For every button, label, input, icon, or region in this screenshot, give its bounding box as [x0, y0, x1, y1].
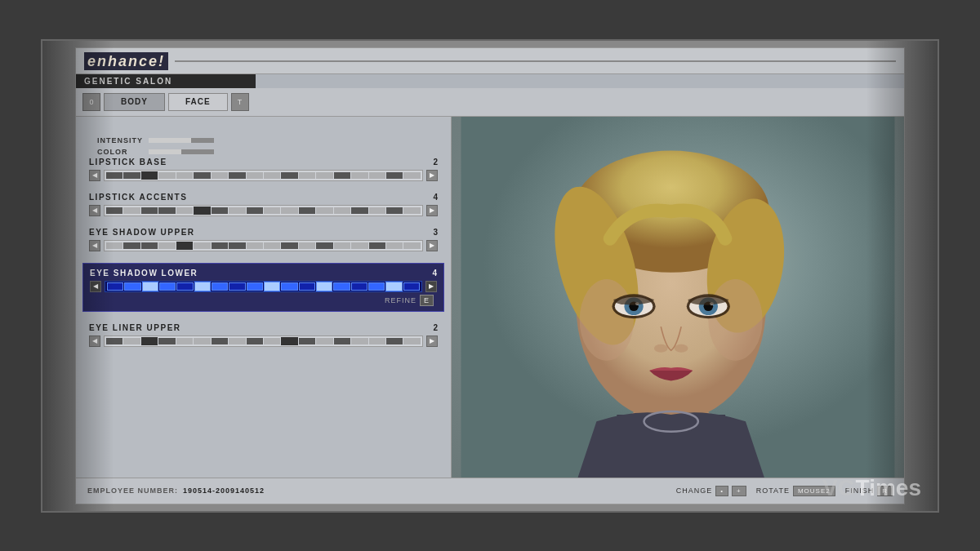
svg-point-19	[654, 344, 668, 352]
tab-bar: 0 BODY FACE T	[76, 88, 904, 117]
slider-lipstick-base-header: LIPSTICK BASE 2	[89, 158, 438, 167]
lipstick-accents-next[interactable]: ▶	[426, 205, 438, 216]
slider-eye-shadow-upper: EYE SHADOW UPPER 3 ◀	[89, 228, 438, 251]
intensity-row: INTENSITY	[97, 136, 446, 144]
eye-shadow-lower-row: ◀	[90, 281, 437, 292]
lipstick-accents-label: LIPSTICK ACCENTS	[89, 193, 187, 202]
eye-shadow-upper-row: ◀	[89, 240, 438, 251]
change-key-plus[interactable]: +	[732, 486, 746, 496]
refine-label: REFINE	[385, 296, 416, 304]
app-logo: enhance!	[84, 53, 168, 70]
character-view	[452, 117, 904, 482]
main-panel: enhance! GENETIC SALON 0 BODY FACE T	[75, 47, 905, 504]
eye-shadow-lower-label: EYE SHADOW LOWER	[90, 269, 198, 278]
svg-point-20	[675, 344, 688, 352]
intensity-label: INTENSITY	[97, 136, 142, 144]
refine-button[interactable]: REFINE E	[385, 295, 434, 306]
watermark: VGTimes	[822, 475, 921, 501]
lipstick-accents-value: 4	[433, 193, 438, 202]
tab-icon-right[interactable]: T	[231, 93, 249, 111]
lipstick-base-next[interactable]: ▶	[426, 170, 438, 181]
refine-key: E	[420, 295, 434, 306]
character-svg	[452, 117, 904, 482]
color-row: COLOR	[97, 148, 446, 156]
status-left: EMPLOYEE NUMBER: 190514-2009140512	[87, 487, 265, 495]
eye-shadow-lower-next[interactable]: ▶	[425, 281, 437, 292]
change-label: CHANGE	[676, 487, 713, 495]
tab-icon-left[interactable]: 0	[82, 93, 100, 111]
slider-eye-liner-upper: EYE LINER UPPER 2 ◀	[89, 323, 438, 347]
tab-body[interactable]: BODY	[104, 93, 165, 111]
change-key-minus[interactable]: •	[715, 486, 728, 496]
eye-shadow-upper-next[interactable]: ▶	[426, 240, 438, 251]
lipstick-base-row: ◀	[89, 170, 438, 181]
employee-value: 190514-2009140512	[183, 487, 265, 495]
slider-lipstick-base: LIPSTICK BASE 2 ◀	[89, 158, 438, 181]
eye-shadow-upper-value: 3	[433, 228, 438, 237]
subtitle-bar: GENETIC SALON	[76, 74, 256, 88]
eye-liner-upper-prev[interactable]: ◀	[89, 335, 100, 347]
lipstick-base-label: LIPSTICK BASE	[89, 158, 167, 167]
left-panel: INTENSITY COLOR LIPSTI	[76, 117, 452, 482]
color-bar	[149, 149, 214, 154]
change-group: CHANGE • +	[676, 486, 746, 496]
rotate-label: ROTATE	[756, 487, 790, 495]
lipstick-base-value: 2	[433, 158, 438, 167]
eye-liner-upper-row: ◀	[89, 335, 438, 347]
lipstick-accents-row: ◀	[89, 205, 438, 216]
eye-shadow-lower-value: 4	[432, 269, 437, 278]
eye-shadow-upper-prev[interactable]: ◀	[89, 240, 100, 251]
intensity-panel: INTENSITY COLOR	[97, 136, 446, 156]
eye-liner-upper-next[interactable]: ▶	[426, 335, 438, 347]
content-area: INTENSITY COLOR LIPSTI	[76, 117, 904, 482]
employee-label: EMPLOYEE NUMBER:	[87, 487, 178, 495]
slider-eye-shadow-upper-header: EYE SHADOW UPPER 3	[89, 228, 438, 237]
tab-face[interactable]: FACE	[168, 93, 228, 111]
subtitle-text: GENETIC SALON	[84, 77, 172, 86]
outer-frame: enhance! GENETIC SALON 0 BODY FACE T	[41, 39, 939, 513]
eye-liner-upper-label: EYE LINER UPPER	[89, 323, 181, 332]
refine-row: REFINE E	[90, 295, 434, 306]
slider-eye-shadow-lower: EYE SHADOW LOWER 4 ◀	[82, 263, 444, 312]
svg-point-7	[580, 279, 634, 361]
lipstick-base-track[interactable]	[104, 170, 423, 181]
eye-liner-upper-track[interactable]	[104, 335, 423, 347]
slider-eye-liner-upper-header: EYE LINER UPPER 2	[89, 323, 438, 332]
right-panel	[452, 117, 904, 482]
intensity-bar	[149, 138, 214, 143]
eye-liner-upper-value: 2	[433, 323, 438, 332]
lipstick-accents-track[interactable]	[104, 205, 423, 216]
eye-shadow-lower-prev[interactable]: ◀	[90, 281, 101, 292]
eye-shadow-lower-track[interactable]	[105, 281, 422, 292]
eye-shadow-upper-label: EYE SHADOW UPPER	[89, 228, 195, 237]
slider-lipstick-accents-header: LIPSTICK ACCENTS 4	[89, 193, 438, 202]
eye-shadow-upper-track[interactable]	[104, 240, 423, 251]
status-bar: EMPLOYEE NUMBER: 190514-2009140512 CHANG…	[76, 478, 904, 504]
slider-lipstick-accents: LIPSTICK ACCENTS 4 ◀	[89, 193, 438, 216]
lipstick-accents-prev[interactable]: ◀	[89, 205, 100, 216]
title-bar: enhance!	[76, 48, 904, 74]
title-line	[175, 60, 896, 62]
color-label: COLOR	[97, 148, 142, 156]
slider-eye-shadow-lower-header: EYE SHADOW LOWER 4	[90, 269, 437, 278]
lipstick-base-prev[interactable]: ◀	[89, 170, 100, 181]
svg-point-8	[708, 279, 762, 361]
